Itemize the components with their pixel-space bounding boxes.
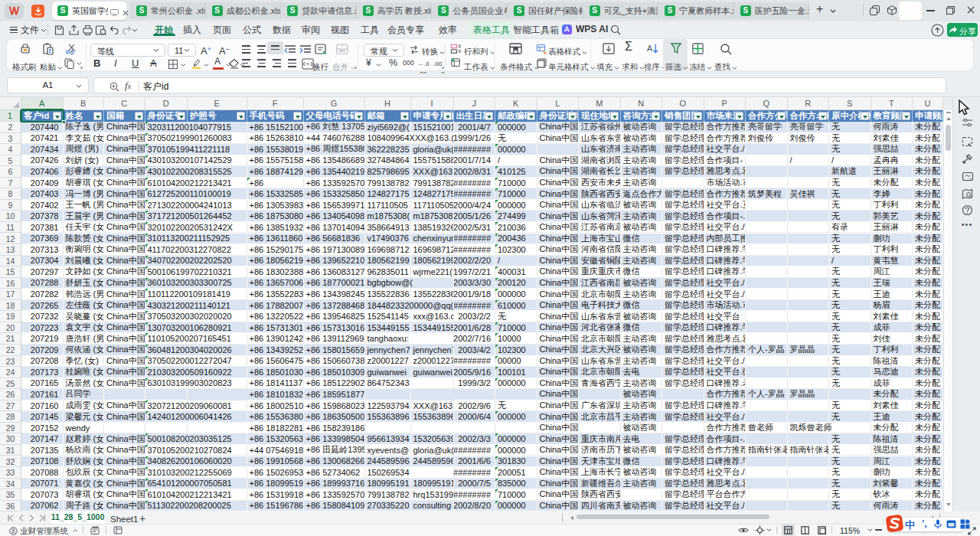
svg-text:中: 中 [905,520,915,530]
svg-text:A: A [647,44,652,53]
